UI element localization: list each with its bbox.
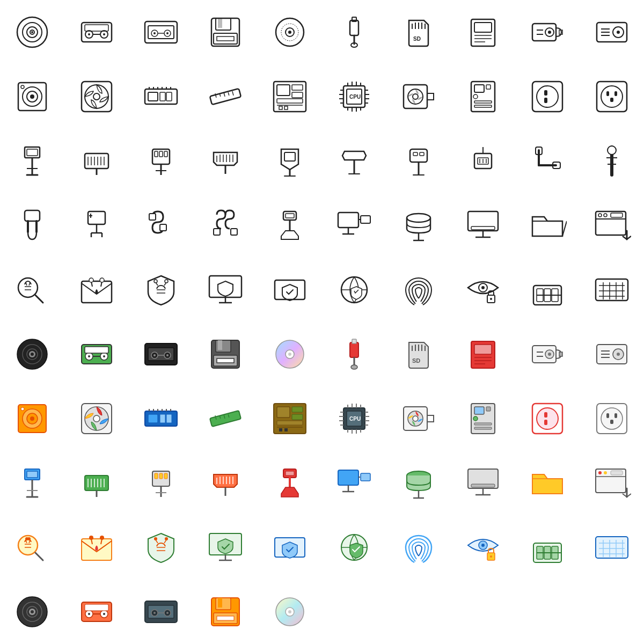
din-connector-outline [386, 129, 451, 193]
displayport-connector-outline [64, 129, 129, 193]
power-plug-eu-outline [0, 193, 64, 258]
hdmi-connector-outline [193, 129, 258, 193]
svg-line-76 [232, 91, 233, 96]
svg-rect-327 [277, 421, 303, 425]
gpu-colored [129, 386, 193, 451]
svg-point-304 [21, 407, 24, 411]
svg-text:CPU: CPU [349, 416, 361, 422]
memory-stick-colored [193, 386, 258, 451]
svg-point-218 [100, 278, 104, 282]
svg-point-355 [473, 416, 478, 421]
bug-email-colored [64, 515, 129, 580]
svg-point-272 [288, 353, 291, 356]
svg-point-427 [100, 536, 104, 540]
power-adapter-outline [64, 193, 129, 258]
svg-rect-137 [159, 151, 163, 157]
hdd-colored [580, 322, 644, 386]
browser-window-colored [580, 451, 644, 515]
svg-rect-123 [27, 149, 38, 156]
svg-rect-318 [210, 411, 241, 427]
micro-usb-connector-outline [322, 129, 386, 193]
power-outlet-2pin-outline [515, 64, 580, 129]
svg-rect-78 [277, 85, 290, 96]
svg-rect-228 [275, 280, 305, 299]
svg-rect-408 [471, 484, 495, 487]
svg-point-262 [153, 354, 156, 356]
svg-rect-467 [85, 604, 108, 611]
eye-lock-colored [451, 515, 515, 580]
svg-rect-478 [217, 616, 234, 620]
svg-rect-384 [164, 473, 167, 479]
svg-point-481 [288, 610, 291, 613]
vinyl-record-outline [0, 0, 64, 64]
svg-rect-206 [611, 213, 623, 217]
power-outlet-3pin-colored [580, 386, 644, 451]
svg-point-4 [31, 31, 33, 33]
svg-rect-397 [338, 470, 358, 485]
svg-rect-104 [404, 85, 427, 108]
svg-rect-225 [209, 276, 241, 297]
combo-lock-colored [515, 515, 580, 580]
svg-point-43 [548, 31, 551, 34]
monitor-stand-outline [451, 193, 515, 258]
svg-rect-111 [474, 105, 492, 107]
svg-rect-310 [160, 414, 165, 423]
empty-8 [451, 580, 515, 644]
eye-lock-outline [451, 258, 515, 322]
globe-shield-colored [322, 515, 386, 580]
speaker-colored [0, 386, 64, 451]
svg-rect-356 [474, 423, 492, 425]
svg-rect-62 [148, 92, 158, 101]
svg-point-364 [601, 408, 623, 429]
svg-point-426 [89, 536, 93, 540]
svg-rect-41 [532, 24, 556, 41]
icon-grid: SD [0, 0, 644, 644]
svg-rect-189 [338, 213, 358, 228]
svg-rect-330 [284, 428, 288, 431]
svg-rect-79 [292, 85, 303, 90]
svg-rect-273 [350, 342, 358, 357]
svg-point-264 [166, 354, 169, 356]
floppy-disk-outline [193, 0, 258, 64]
svg-rect-365 [606, 413, 609, 418]
monitor-shield-colored [193, 515, 258, 580]
cpu-fan-outline [64, 64, 129, 129]
rj45-connector-colored [129, 451, 193, 515]
svg-point-223 [154, 280, 157, 283]
svg-rect-71 [210, 89, 241, 105]
svg-rect-382 [155, 473, 158, 479]
svg-rect-369 [27, 471, 38, 478]
svg-rect-80 [292, 92, 303, 98]
monitor-shield-outline [193, 258, 258, 322]
svg-point-60 [93, 93, 100, 100]
svg-rect-83 [279, 106, 282, 109]
svg-point-441 [481, 544, 485, 547]
svg-point-14 [153, 32, 156, 34]
svg-rect-21 [217, 36, 234, 41]
svg-rect-383 [159, 473, 163, 479]
svg-point-217 [89, 278, 93, 282]
svg-point-105 [408, 89, 423, 104]
bug-email-outline [64, 258, 129, 322]
empty-9 [515, 580, 580, 644]
svg-rect-148 [284, 152, 295, 161]
svg-point-412 [604, 471, 607, 474]
svg-point-290 [548, 353, 551, 356]
database-server-outline [386, 193, 451, 258]
cassette-outline [64, 0, 129, 64]
svg-rect-354 [474, 407, 484, 414]
cd-colored-2 [258, 580, 322, 644]
svg-point-360 [537, 408, 558, 429]
folder-open-outline [515, 193, 580, 258]
bug-search-colored [0, 515, 64, 580]
svg-line-212 [29, 282, 30, 286]
memory-card-outline [451, 0, 515, 64]
svg-rect-153 [410, 149, 427, 162]
computer-network-colored [322, 451, 386, 515]
database-server-colored [386, 451, 451, 515]
displayport-connector-colored [64, 451, 129, 515]
svg-rect-115 [544, 90, 547, 96]
vhs-colored [129, 322, 193, 386]
svg-point-433 [165, 537, 168, 540]
hdmi-connector-colored [193, 451, 258, 515]
